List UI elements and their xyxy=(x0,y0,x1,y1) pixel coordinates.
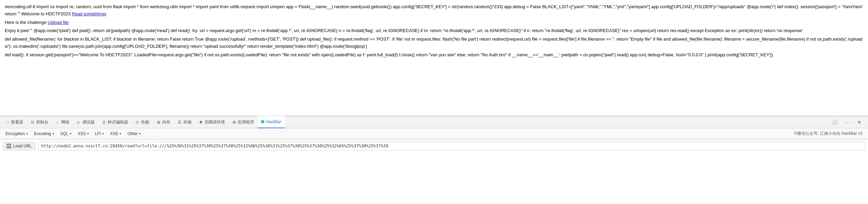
other-menu[interactable]: Other ▾ xyxy=(125,130,143,137)
storage-icon: ☰ xyxy=(177,120,182,125)
lfi-menu[interactable]: LFI ▾ xyxy=(92,130,107,137)
debugger-icon: ▷ xyxy=(76,120,81,125)
application-icon: ⊞ xyxy=(232,120,236,125)
svg-rect-0 xyxy=(7,145,10,147)
devtools-tabs-bar: ⬚ 查看器 ⊡ 控制台 ↕ 网络 ▷ 调试器 {} 样式编辑器 ◷ 性能 ⊞ 内… xyxy=(0,116,868,128)
hackbar-dot-icon xyxy=(261,120,264,123)
hackbar-copyright: ©微信公众号: 江南小虫虫 HackBar v2 xyxy=(794,131,865,136)
loadurl-bar: Load URL xyxy=(0,139,868,152)
xss-menu[interactable]: XSS ▾ xyxy=(75,130,92,137)
inspector-icon: ⬚ xyxy=(5,120,10,125)
style-editor-icon: {} xyxy=(102,120,106,125)
devtools-right-controls: ⬜ ··· ✕ xyxy=(830,117,867,127)
tab-accessibility[interactable]: ✚ 无障碍环境 xyxy=(195,116,228,128)
upload-file-link[interactable]: Upload file xyxy=(48,20,68,25)
tab-network[interactable]: ↕ 网络 xyxy=(52,116,73,128)
tab-console[interactable]: ⊡ 控制台 xyxy=(27,116,52,128)
code-line-2: Here is the challenge Upload file xyxy=(5,19,863,26)
other-chevron-icon: ▾ xyxy=(139,132,141,135)
main-content-area: #encoding:utf-8 import os import re, ran… xyxy=(0,0,868,116)
console-icon: ⊡ xyxy=(30,120,35,125)
read-somethings-link[interactable]: Read somethings xyxy=(72,11,106,16)
sql-chevron-icon: ▾ xyxy=(70,132,72,135)
xxe-chevron-icon: ▾ xyxy=(120,132,121,135)
encoding-menu[interactable]: Encoding ▾ xyxy=(31,130,57,137)
performance-icon: ◷ xyxy=(135,120,140,125)
tab-storage[interactable]: ☰ 存储 xyxy=(174,116,195,128)
tab-inspector[interactable]: ⬚ 查看器 xyxy=(1,116,27,128)
devtools-close-btn[interactable]: ✕ xyxy=(854,117,864,127)
tab-debugger[interactable]: ▷ 调试器 xyxy=(73,116,98,128)
url-input[interactable] xyxy=(38,142,865,150)
memory-icon: ⊞ xyxy=(156,120,161,125)
accessibility-icon: ✚ xyxy=(198,120,203,125)
code-line-3: Enjoy it pwd "' @app.route('/pwd') def p… xyxy=(5,27,863,34)
encryption-chevron-icon: ▾ xyxy=(26,132,28,135)
xss-chevron-icon: ▾ xyxy=(87,132,89,135)
code-line-1: #encoding:utf-8 import os import re, ran… xyxy=(5,3,863,18)
devtools-window-btn[interactable]: ⬜ xyxy=(830,117,839,127)
tab-hackbar[interactable]: HackBar xyxy=(258,116,285,128)
tab-style-editor[interactable]: {} 样式编辑器 xyxy=(98,116,131,128)
load-url-button[interactable]: Load URL xyxy=(3,142,35,150)
lfi-chevron-icon: ▾ xyxy=(102,132,104,135)
hackbar-toolbar: Encryption ▾ Encoding ▾ SQL ▾ XSS ▾ LFI … xyxy=(0,128,868,139)
tab-memory[interactable]: ⊞ 内存 xyxy=(153,116,174,128)
tab-application[interactable]: ⊞ 应用程序 xyxy=(228,116,258,128)
code-line-5: def load(): if session.get('passport')==… xyxy=(5,52,863,59)
code-line-4: def allowed_file(filename): for blackstr… xyxy=(5,36,863,50)
load-url-icon xyxy=(6,144,11,148)
devtools-more-btn[interactable]: ··· xyxy=(842,117,852,127)
sql-menu[interactable]: SQL ▾ xyxy=(58,130,74,137)
xxe-menu[interactable]: XXE ▾ xyxy=(107,130,124,137)
tab-performance[interactable]: ◷ 性能 xyxy=(131,116,153,128)
encryption-menu[interactable]: Encryption ▾ xyxy=(3,130,31,137)
network-icon: ↕ xyxy=(55,120,60,125)
encoding-chevron-icon: ▾ xyxy=(52,132,54,135)
